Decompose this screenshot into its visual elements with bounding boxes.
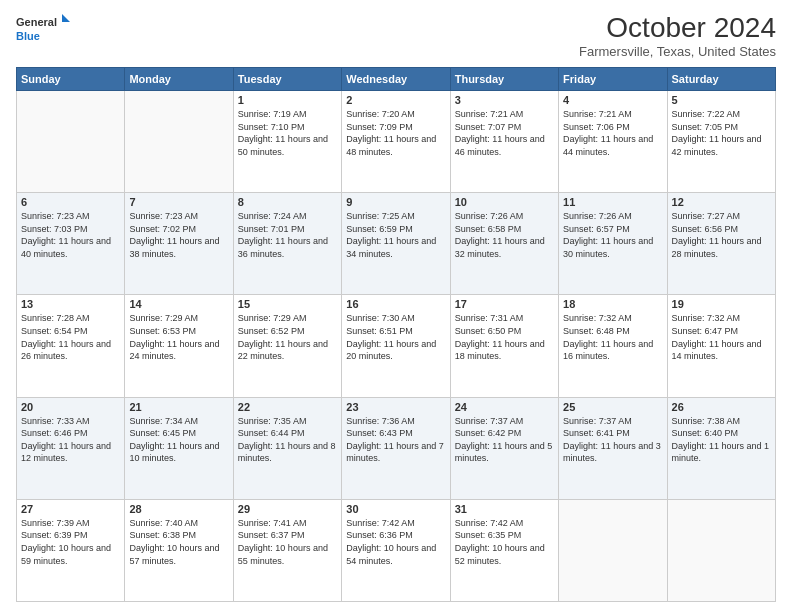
day-number: 22 xyxy=(238,401,337,413)
calendar-cell: 6Sunrise: 7:23 AMSunset: 7:03 PMDaylight… xyxy=(17,193,125,295)
calendar-cell: 3Sunrise: 7:21 AMSunset: 7:07 PMDaylight… xyxy=(450,91,558,193)
day-info: Sunrise: 7:31 AMSunset: 6:50 PMDaylight:… xyxy=(455,312,554,362)
day-info: Sunrise: 7:32 AMSunset: 6:48 PMDaylight:… xyxy=(563,312,662,362)
day-number: 23 xyxy=(346,401,445,413)
col-monday: Monday xyxy=(125,68,233,91)
calendar-cell: 13Sunrise: 7:28 AMSunset: 6:54 PMDayligh… xyxy=(17,295,125,397)
calendar-cell: 31Sunrise: 7:42 AMSunset: 6:35 PMDayligh… xyxy=(450,499,558,601)
calendar-cell xyxy=(559,499,667,601)
calendar-header-row: Sunday Monday Tuesday Wednesday Thursday… xyxy=(17,68,776,91)
day-number: 14 xyxy=(129,298,228,310)
day-number: 26 xyxy=(672,401,771,413)
day-number: 21 xyxy=(129,401,228,413)
day-info: Sunrise: 7:40 AMSunset: 6:38 PMDaylight:… xyxy=(129,517,228,567)
calendar-cell: 29Sunrise: 7:41 AMSunset: 6:37 PMDayligh… xyxy=(233,499,341,601)
day-number: 10 xyxy=(455,196,554,208)
day-info: Sunrise: 7:23 AMSunset: 7:02 PMDaylight:… xyxy=(129,210,228,260)
day-number: 5 xyxy=(672,94,771,106)
day-info: Sunrise: 7:24 AMSunset: 7:01 PMDaylight:… xyxy=(238,210,337,260)
calendar-week-row: 27Sunrise: 7:39 AMSunset: 6:39 PMDayligh… xyxy=(17,499,776,601)
calendar-cell: 8Sunrise: 7:24 AMSunset: 7:01 PMDaylight… xyxy=(233,193,341,295)
calendar-cell: 22Sunrise: 7:35 AMSunset: 6:44 PMDayligh… xyxy=(233,397,341,499)
calendar-cell: 14Sunrise: 7:29 AMSunset: 6:53 PMDayligh… xyxy=(125,295,233,397)
calendar-week-row: 6Sunrise: 7:23 AMSunset: 7:03 PMDaylight… xyxy=(17,193,776,295)
day-info: Sunrise: 7:29 AMSunset: 6:52 PMDaylight:… xyxy=(238,312,337,362)
day-number: 3 xyxy=(455,94,554,106)
day-number: 15 xyxy=(238,298,337,310)
day-number: 7 xyxy=(129,196,228,208)
col-friday: Friday xyxy=(559,68,667,91)
col-tuesday: Tuesday xyxy=(233,68,341,91)
calendar-cell: 10Sunrise: 7:26 AMSunset: 6:58 PMDayligh… xyxy=(450,193,558,295)
calendar-cell: 23Sunrise: 7:36 AMSunset: 6:43 PMDayligh… xyxy=(342,397,450,499)
day-info: Sunrise: 7:28 AMSunset: 6:54 PMDaylight:… xyxy=(21,312,120,362)
calendar-cell: 16Sunrise: 7:30 AMSunset: 6:51 PMDayligh… xyxy=(342,295,450,397)
day-number: 16 xyxy=(346,298,445,310)
calendar-cell: 7Sunrise: 7:23 AMSunset: 7:02 PMDaylight… xyxy=(125,193,233,295)
calendar-cell: 4Sunrise: 7:21 AMSunset: 7:06 PMDaylight… xyxy=(559,91,667,193)
calendar-cell xyxy=(125,91,233,193)
day-info: Sunrise: 7:33 AMSunset: 6:46 PMDaylight:… xyxy=(21,415,120,465)
day-number: 29 xyxy=(238,503,337,515)
svg-text:Blue: Blue xyxy=(16,30,40,42)
calendar-cell: 28Sunrise: 7:40 AMSunset: 6:38 PMDayligh… xyxy=(125,499,233,601)
day-info: Sunrise: 7:21 AMSunset: 7:07 PMDaylight:… xyxy=(455,108,554,158)
calendar-cell: 26Sunrise: 7:38 AMSunset: 6:40 PMDayligh… xyxy=(667,397,775,499)
day-number: 4 xyxy=(563,94,662,106)
day-number: 6 xyxy=(21,196,120,208)
calendar-cell: 17Sunrise: 7:31 AMSunset: 6:50 PMDayligh… xyxy=(450,295,558,397)
day-info: Sunrise: 7:39 AMSunset: 6:39 PMDaylight:… xyxy=(21,517,120,567)
logo-svg: General Blue xyxy=(16,12,76,48)
day-number: 25 xyxy=(563,401,662,413)
calendar-cell: 25Sunrise: 7:37 AMSunset: 6:41 PMDayligh… xyxy=(559,397,667,499)
day-info: Sunrise: 7:42 AMSunset: 6:35 PMDaylight:… xyxy=(455,517,554,567)
calendar-cell: 12Sunrise: 7:27 AMSunset: 6:56 PMDayligh… xyxy=(667,193,775,295)
day-info: Sunrise: 7:34 AMSunset: 6:45 PMDaylight:… xyxy=(129,415,228,465)
calendar-cell: 21Sunrise: 7:34 AMSunset: 6:45 PMDayligh… xyxy=(125,397,233,499)
col-wednesday: Wednesday xyxy=(342,68,450,91)
day-info: Sunrise: 7:27 AMSunset: 6:56 PMDaylight:… xyxy=(672,210,771,260)
day-number: 27 xyxy=(21,503,120,515)
day-number: 8 xyxy=(238,196,337,208)
day-number: 20 xyxy=(21,401,120,413)
day-number: 11 xyxy=(563,196,662,208)
calendar-week-row: 20Sunrise: 7:33 AMSunset: 6:46 PMDayligh… xyxy=(17,397,776,499)
day-info: Sunrise: 7:21 AMSunset: 7:06 PMDaylight:… xyxy=(563,108,662,158)
day-number: 1 xyxy=(238,94,337,106)
svg-text:General: General xyxy=(16,16,57,28)
day-number: 17 xyxy=(455,298,554,310)
logo: General Blue xyxy=(16,12,76,48)
day-info: Sunrise: 7:37 AMSunset: 6:41 PMDaylight:… xyxy=(563,415,662,465)
day-info: Sunrise: 7:35 AMSunset: 6:44 PMDaylight:… xyxy=(238,415,337,465)
day-number: 31 xyxy=(455,503,554,515)
day-info: Sunrise: 7:26 AMSunset: 6:57 PMDaylight:… xyxy=(563,210,662,260)
day-info: Sunrise: 7:38 AMSunset: 6:40 PMDaylight:… xyxy=(672,415,771,465)
day-number: 24 xyxy=(455,401,554,413)
calendar-cell: 20Sunrise: 7:33 AMSunset: 6:46 PMDayligh… xyxy=(17,397,125,499)
page: General Blue October 2024 Farmersville, … xyxy=(0,0,792,612)
day-info: Sunrise: 7:26 AMSunset: 6:58 PMDaylight:… xyxy=(455,210,554,260)
col-sunday: Sunday xyxy=(17,68,125,91)
calendar-cell xyxy=(17,91,125,193)
calendar-cell: 30Sunrise: 7:42 AMSunset: 6:36 PMDayligh… xyxy=(342,499,450,601)
calendar-table: Sunday Monday Tuesday Wednesday Thursday… xyxy=(16,67,776,602)
day-info: Sunrise: 7:22 AMSunset: 7:05 PMDaylight:… xyxy=(672,108,771,158)
calendar-cell: 11Sunrise: 7:26 AMSunset: 6:57 PMDayligh… xyxy=(559,193,667,295)
day-info: Sunrise: 7:30 AMSunset: 6:51 PMDaylight:… xyxy=(346,312,445,362)
title-block: October 2024 Farmersville, Texas, United… xyxy=(579,12,776,59)
col-saturday: Saturday xyxy=(667,68,775,91)
calendar-cell: 15Sunrise: 7:29 AMSunset: 6:52 PMDayligh… xyxy=(233,295,341,397)
calendar-week-row: 1Sunrise: 7:19 AMSunset: 7:10 PMDaylight… xyxy=(17,91,776,193)
calendar-cell: 19Sunrise: 7:32 AMSunset: 6:47 PMDayligh… xyxy=(667,295,775,397)
calendar-cell: 27Sunrise: 7:39 AMSunset: 6:39 PMDayligh… xyxy=(17,499,125,601)
day-number: 28 xyxy=(129,503,228,515)
day-info: Sunrise: 7:32 AMSunset: 6:47 PMDaylight:… xyxy=(672,312,771,362)
day-number: 13 xyxy=(21,298,120,310)
page-title: October 2024 xyxy=(579,12,776,44)
day-info: Sunrise: 7:36 AMSunset: 6:43 PMDaylight:… xyxy=(346,415,445,465)
day-number: 19 xyxy=(672,298,771,310)
day-info: Sunrise: 7:37 AMSunset: 6:42 PMDaylight:… xyxy=(455,415,554,465)
day-number: 2 xyxy=(346,94,445,106)
calendar-cell xyxy=(667,499,775,601)
day-info: Sunrise: 7:41 AMSunset: 6:37 PMDaylight:… xyxy=(238,517,337,567)
